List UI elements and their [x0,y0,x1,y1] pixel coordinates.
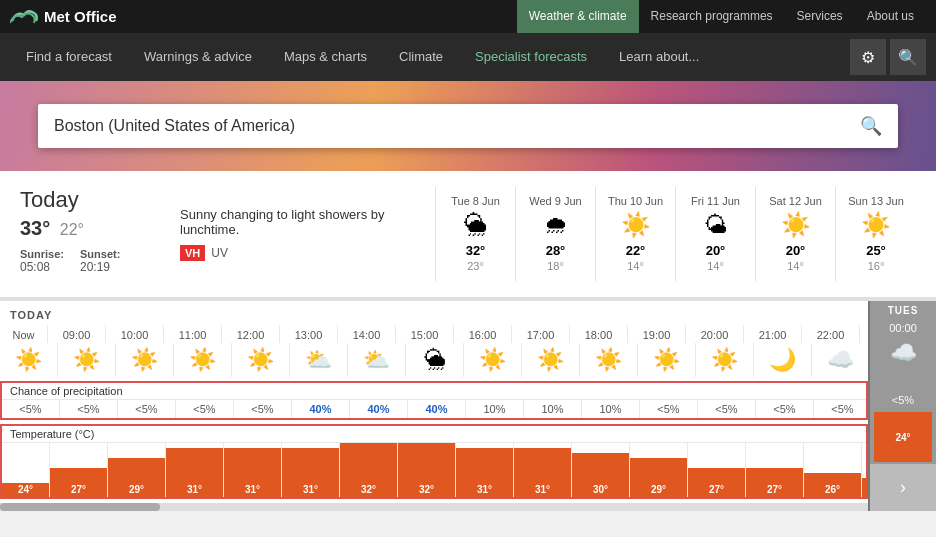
forecast-low: 23° [467,260,484,272]
temp-bar-cell-0: 24° [2,443,50,497]
temp-bar-cell-1: 27° [50,443,108,497]
forecast-icon: ☀️ [602,211,669,239]
weather-container: Today 33° 22° Sunrise: 05:08 Sunset: 20:… [0,171,936,511]
nav-warnings[interactable]: Warnings & advice [128,33,268,81]
temp-bar-cell-12: 27° [688,443,746,497]
icon-cell-4: ☀️ [232,343,290,377]
sunrise-label: Sunrise: [20,248,64,260]
forecast-low: 14° [707,260,724,272]
logo-text: Met Office [44,8,117,25]
precip-cell-2: <5% [118,400,176,418]
temp-bar-cell-8: 31° [456,443,514,497]
scroll-bar-thumb[interactable] [0,503,160,511]
today-title: Today [20,187,160,213]
precip-row: <5%<5%<5%<5%<5%40%40%40%10%10%10%<5%<5%<… [2,400,866,418]
precip-cell-3: <5% [176,400,234,418]
temperature-section: Temperature (°C) 24° 27° 29° 31° 31° 31°… [0,424,868,499]
nav-climate[interactable]: Climate [383,33,459,81]
forecast-high: 28° [546,243,566,258]
nav-find-forecast[interactable]: Find a forecast [10,33,128,81]
today-summary: Today 33° 22° Sunrise: 05:08 Sunset: 20:… [0,171,936,298]
top-nav-about[interactable]: About us [855,0,926,33]
forecast-temps: 20° 14° [762,243,829,273]
forecast-temps: 32° 23° [442,243,509,273]
top-nav-weather[interactable]: Weather & climate [517,0,639,33]
time-cell-4: 12:00 [222,325,280,343]
precip-cell-14: <5% [814,400,868,418]
uv-code: VH [180,245,205,261]
forecast-high: 25° [866,243,886,258]
forecast-day-2[interactable]: Thu 10 Jun ☀️ 22° 14° [596,187,676,281]
time-cell-1: 09:00 [48,325,106,343]
time-cell-10: 18:00 [570,325,628,343]
icon-cell-1: ☀️ [58,343,116,377]
time-cell-3: 11:00 [164,325,222,343]
settings-button[interactable]: ⚙ [850,39,886,75]
forecast-day-4[interactable]: Sat 12 Jun ☀️ 20° 14° [756,187,836,281]
hourly-day-label: TODAY [0,301,868,325]
precip-cell-5: 40% [292,400,350,418]
icon-cell-3: ☀️ [174,343,232,377]
next-day-arrow[interactable]: › [870,464,936,511]
nav-learn[interactable]: Learn about... [603,33,715,81]
main-navigation: Find a forecast Warnings & advice Maps &… [0,33,936,81]
forecast-date: Wed 9 Jun [522,195,589,207]
search-icon[interactable]: 🔍 [860,115,882,137]
forecast-icon: ☀️ [842,211,910,239]
precipitation-section: Chance of precipitation <5%<5%<5%<5%<5%4… [0,381,868,420]
time-cell-13: 21:00 [744,325,802,343]
top-nav-links: Weather & climate Research programmes Se… [517,0,926,33]
forecast-day-5[interactable]: Sun 13 Jun ☀️ 25° 16° [836,187,916,281]
nav-maps[interactable]: Maps & charts [268,33,383,81]
temp-bar-cell-2: 29° [108,443,166,497]
logo-icon [10,7,38,27]
icon-cell-12: ☀️ [696,343,754,377]
tues-icon: ☁️ [870,336,936,370]
temp-bar-cell-6: 32° [340,443,398,497]
icon-cell-0: ☀️ [0,343,58,377]
search-button[interactable]: 🔍 [890,39,926,75]
tues-time: 00:00 [870,320,936,336]
nav-specialist[interactable]: Specialist forecasts [459,33,603,81]
temp-bar-cell-3: 31° [166,443,224,497]
location-search-input[interactable] [54,117,860,135]
time-cell-11: 19:00 [628,325,686,343]
top-nav-research[interactable]: Research programmes [639,0,785,33]
forecast-date: Tue 8 Jun [442,195,509,207]
forecast-low: 14° [787,260,804,272]
forecast-high: 32° [466,243,486,258]
temp-header: Temperature (°C) [2,426,866,443]
time-cell-9: 17:00 [512,325,570,343]
forecast-day-3[interactable]: Fri 11 Jun 🌤 20° 14° [676,187,756,281]
top-nav-services[interactable]: Services [785,0,855,33]
temp-bar-cell-11: 29° [630,443,688,497]
tues-panel: TUES 00:00 ☁️ <5% 24° › [868,301,936,511]
time-cell-7: 15:00 [396,325,454,343]
forecast-day-0[interactable]: Tue 8 Jun 🌦 32° 23° [436,187,516,281]
forecast-temps: 22° 14° [602,243,669,273]
icon-cell-11: ☀️ [638,343,696,377]
sun-info: Sunrise: 05:08 Sunset: 20:19 [20,248,160,274]
forecast-date: Fri 11 Jun [682,195,749,207]
forecast-days: Tue 8 Jun 🌦 32° 23° Wed 9 Jun 🌧 28° 18° … [435,187,916,281]
temp-bar-cell-10: 30° [572,443,630,497]
sunrise-info: Sunrise: 05:08 [20,248,64,274]
time-cell-8: 16:00 [454,325,512,343]
forecast-high: 20° [786,243,806,258]
temp-bar-cell-14: 26° [804,443,862,497]
scroll-bar-container[interactable] [0,503,868,511]
uv-badge: VH UV [180,245,415,261]
precip-cell-6: 40% [350,400,408,418]
forecast-icon: 🌤 [682,211,749,239]
forecast-high: 22° [626,243,646,258]
forecast-day-1[interactable]: Wed 9 Jun 🌧 28° 18° [516,187,596,281]
sunset-time: 20:19 [80,260,120,274]
main-nav-icons: ⚙ 🔍 [850,39,926,75]
tues-temp-value: 24° [895,432,910,443]
time-cell-14: 22:00 [802,325,860,343]
logo[interactable]: Met Office [10,7,117,27]
today-left-panel: Today 33° 22° Sunrise: 05:08 Sunset: 20:… [20,187,160,281]
today-high-temp: 33° [20,217,50,239]
forecast-low: 18° [547,260,564,272]
top-navigation: Met Office Weather & climate Research pr… [0,0,936,33]
